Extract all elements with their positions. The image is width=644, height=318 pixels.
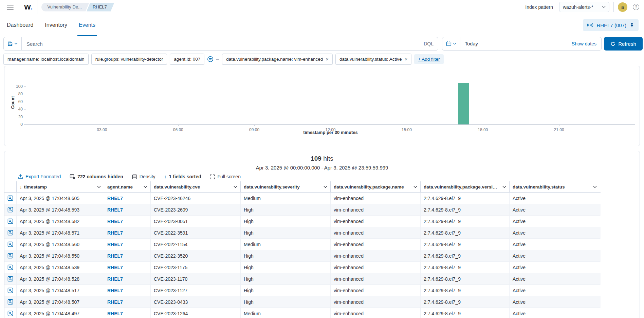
expand-row-button[interactable] [4,193,17,204]
columns-hidden-button[interactable]: 722 columns hidden [70,174,123,179]
menu-icon[interactable] [5,2,16,12]
table-cell: Apr 3, 2025 @ 17:04:48.497 [17,308,104,318]
expand-row-button[interactable] [4,227,17,239]
agent-link[interactable]: RHEL7 [104,227,151,239]
help-icon[interactable]: ? [633,4,639,10]
events-table: ↓timestamp agent.name data.vulnerability… [4,181,601,318]
quick-select-menu[interactable] [442,37,460,50]
avatar[interactable]: a [618,2,627,12]
table-cell: High [241,285,331,296]
expand-document-icon[interactable] [7,218,13,224]
show-dates-button[interactable]: Show dates [567,41,601,46]
expand-document-icon[interactable] [7,311,13,316]
tab-dashboard[interactable]: Dashboard [5,14,35,36]
expand-row-button[interactable] [4,262,17,273]
filter-pill[interactable]: manager.name: localhost.localdomain [3,54,89,65]
table-row: Apr 3, 2025 @ 17:04:48.582RHEL7CVE-2023-… [4,216,601,227]
export-button[interactable]: Export Formated [18,174,61,179]
filter-pill[interactable]: agent.id: 007 [170,54,204,65]
table-row: Apr 3, 2025 @ 17:04:48.528RHEL7CVE-2023-… [4,273,601,285]
agent-link[interactable]: RHEL7 [104,285,151,296]
table-cell: vim-enhanced [331,250,421,262]
saved-query-menu[interactable] [4,37,22,50]
expand-document-icon[interactable] [7,253,13,259]
column-header-timestamp[interactable]: ↓timestamp [17,181,104,192]
expand-document-icon[interactable] [7,276,13,282]
date-range-value[interactable]: Today [460,41,567,46]
chevron-down-icon [602,6,606,8]
column-header-data-vulnerability-package-versi-[interactable]: data.vulnerability.package.versi… [421,181,510,192]
agent-link[interactable]: RHEL7 [104,296,151,308]
expand-document-icon[interactable] [7,299,13,305]
table-cell: vim-enhanced [331,239,421,250]
column-header-data-vulnerability-status[interactable]: data.vulnerability.status [510,181,600,192]
column-header-data-vulnerability-severity[interactable]: data.vulnerability.severity [241,181,331,192]
filter-pill[interactable]: rule.groups: vulnerability-detector [91,54,167,65]
table-cell: CVE-2023-1264 [151,308,241,318]
histogram-bar[interactable] [458,83,469,124]
agent-link[interactable]: RHEL7 [104,239,151,250]
density-button[interactable]: Density [132,174,155,179]
expand-row-button[interactable] [4,273,17,285]
breadcrumb-module[interactable]: Vulnerability De... [41,3,89,12]
table-cell: CVE-2023-1170 [151,273,241,285]
agent-link[interactable]: RHEL7 [104,216,151,227]
expand-document-icon[interactable] [7,287,13,293]
tabs: DashboardInventoryEvents [5,14,97,36]
refresh-button[interactable]: Refresh [604,37,643,51]
agent-link[interactable]: RHEL7 [104,262,151,273]
agent-link[interactable]: RHEL7 [104,193,151,204]
expand-row-button[interactable] [4,308,17,318]
expand-document-icon[interactable] [7,195,13,201]
expand-row-button[interactable] [4,239,17,250]
chevron-down-icon [14,43,18,45]
column-header-data-vulnerability-package-name[interactable]: data.vulnerability.package.name [331,181,421,192]
table-cell: Active [510,262,600,273]
tab-inventory[interactable]: Inventory [43,14,69,36]
agent-link[interactable]: RHEL7 [104,204,151,216]
expand-document-icon[interactable] [7,230,13,236]
remove-filter-icon[interactable]: × [326,57,329,62]
y-axis-line [26,82,26,124]
search-bar: DQL [3,37,438,51]
fields-sorted-button[interactable]: ↕ 1 fields sorted [164,174,201,179]
expand-row-button[interactable] [4,285,17,296]
x-tick-mark [559,124,559,126]
expand-document-icon[interactable] [7,241,13,247]
expand-row-button[interactable] [4,204,17,216]
implicit-filters-separator-icon[interactable] [207,56,214,62]
add-filter-button[interactable]: + Add filter [414,54,443,64]
column-header-agent-name[interactable]: agent.name [104,181,151,192]
column-header-label: data.vulnerability.package.versi… [424,184,500,190]
index-pattern-select[interactable]: wazuh-alerts-* [559,2,609,12]
filter-pill[interactable]: data.vulnerability.status: Active× [335,54,411,65]
tab-events[interactable]: Events [77,14,97,36]
pin-icon[interactable] [629,23,634,28]
filter-pill[interactable]: data.vulnerability.package.name: vim-enh… [222,54,333,65]
expand-row-button[interactable] [4,296,17,308]
agent-link[interactable]: RHEL7 [104,250,151,262]
breadcrumb-agent[interactable]: RHEL7 [87,3,114,12]
agent-status-button[interactable]: RHEL7 (007) [583,19,639,31]
filter-pill-label: manager.name: localhost.localdomain [7,57,85,62]
expand-document-icon[interactable] [7,207,13,213]
search-input[interactable] [22,41,419,47]
column-header-data-vulnerability-cve[interactable]: data.vulnerability.cve [151,181,241,192]
table-cell: vim-enhanced [331,204,421,216]
grid-toolbar: Export Formated 722 columns hidden Densi… [18,172,241,181]
table-cell: High [241,250,331,262]
fullscreen-button[interactable]: Full screen [210,174,240,179]
agent-link[interactable]: RHEL7 [104,273,151,285]
agent-link[interactable]: RHEL7 [104,308,151,318]
table-row: Apr 3, 2025 @ 17:04:48.517RHEL7CVE-2023-… [4,285,601,296]
y-tick-label: 20 [9,115,23,119]
expand-document-icon[interactable] [7,264,13,270]
expand-row-button[interactable] [4,216,17,227]
query-language-button[interactable]: DQL [419,37,438,50]
table-row: Apr 3, 2025 @ 17:04:48.539RHEL7CVE-2023-… [4,262,601,273]
remove-filter-icon[interactable]: × [405,57,408,62]
expand-row-button[interactable] [4,250,17,262]
wazuh-logo[interactable]: W. [24,3,33,11]
table-cell: 2:7.4.629-8.el7_9 [421,193,510,204]
table-header-row: ↓timestamp agent.name data.vulnerability… [4,181,601,193]
